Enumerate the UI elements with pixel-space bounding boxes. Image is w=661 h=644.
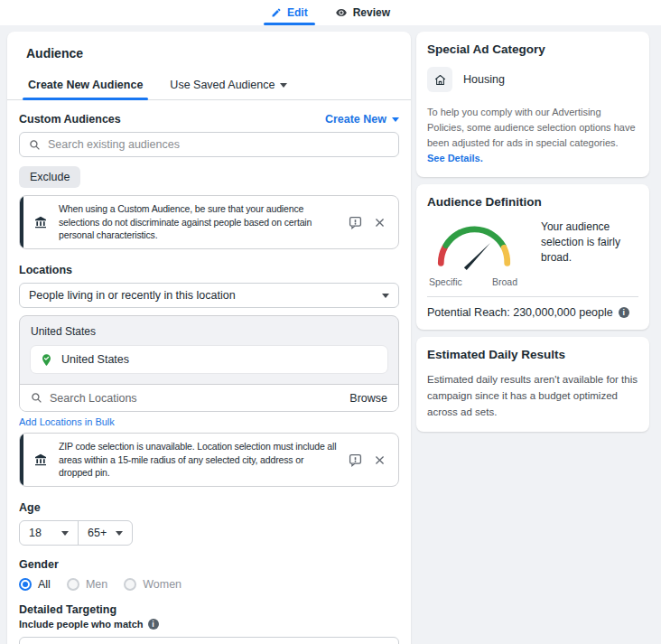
estimated-daily-results-description: Estimated daily results aren't available…	[427, 372, 638, 420]
tab-use-saved-audience[interactable]: Use Saved Audience	[168, 77, 289, 99]
tab-edit-label: Edit	[287, 6, 308, 19]
estimated-daily-results-card: Estimated Daily Results Estimated daily …	[416, 337, 649, 431]
search-icon	[31, 392, 42, 404]
feedback-icon[interactable]	[349, 453, 362, 467]
audience-card-title: Audience	[26, 46, 399, 61]
tab-create-new-audience-label: Create New Audience	[28, 79, 143, 91]
tab-use-saved-audience-label: Use Saved Audience	[170, 79, 275, 91]
gender-option-women[interactable]: Women	[124, 578, 182, 591]
pencil-icon	[271, 7, 282, 18]
top-tab-bar: Edit Review	[0, 0, 661, 25]
audience-definition-message: Your audience selection is fairly broad.	[541, 219, 631, 265]
radio-unchecked-icon	[124, 578, 136, 591]
age-min-value: 18	[29, 527, 42, 539]
custom-audience-policy-notice: When using a Custom Audience, be sure th…	[19, 195, 399, 249]
chevron-down-icon	[61, 531, 69, 536]
selected-location-item[interactable]: United States	[31, 346, 387, 373]
special-ad-category-title: Special Ad Category	[427, 42, 638, 56]
locations-type-value: People living in or recently in this loc…	[29, 289, 236, 302]
tab-review[interactable]: Review	[326, 0, 399, 25]
locations-box: United States United States Browse	[19, 315, 399, 412]
locations-label: Locations	[19, 264, 399, 276]
zip-code-notice: ZIP code selection is unavailable. Locat…	[19, 433, 399, 487]
tab-create-new-audience[interactable]: Create New Audience	[26, 77, 144, 99]
search-icon	[29, 139, 41, 151]
chevron-down-icon	[392, 117, 399, 122]
house-icon	[427, 67, 452, 92]
audience-definition-title: Audience Definition	[427, 195, 638, 209]
info-icon[interactable]	[148, 619, 159, 630]
gender-all-label: All	[38, 578, 51, 591]
chevron-down-icon	[280, 83, 287, 88]
detailed-targeting-label: Detailed Targeting	[19, 603, 399, 616]
gender-option-all[interactable]: All	[19, 578, 51, 591]
see-details-link[interactable]: See Details.	[427, 153, 483, 163]
gender-women-label: Women	[143, 578, 182, 591]
age-label: Age	[19, 501, 399, 514]
eye-icon	[335, 6, 348, 19]
category-label: Housing	[463, 73, 505, 86]
bank-icon	[33, 453, 48, 467]
tab-edit[interactable]: Edit	[262, 0, 317, 25]
age-min-dropdown[interactable]: 18	[20, 521, 78, 545]
audience-card: Audience Create New Audience Use Saved A…	[7, 32, 411, 644]
locations-search-input[interactable]	[50, 392, 342, 405]
gender-radio-group: All Men Women	[19, 578, 399, 591]
include-people-label: Include people who match	[19, 619, 144, 630]
age-range-group: 18 65+	[19, 520, 133, 546]
include-people-label-row: Include people who match	[19, 619, 399, 630]
radio-checked-icon	[19, 578, 32, 591]
bank-icon	[33, 215, 48, 229]
estimated-daily-results-title: Estimated Daily Results	[427, 348, 638, 361]
gender-label: Gender	[19, 558, 399, 571]
gender-option-men[interactable]: Men	[67, 578, 107, 591]
location-pin-icon	[40, 353, 53, 367]
chevron-down-icon	[116, 531, 123, 536]
special-ad-category-card: Special Ad Category Housing To help you …	[416, 32, 649, 177]
exclude-button[interactable]: Exclude	[19, 166, 80, 188]
custom-audiences-search-input[interactable]	[48, 138, 389, 151]
notice-text: ZIP code selection is unavailable. Locat…	[59, 440, 338, 480]
audience-tab-bar: Create New Audience Use Saved Audience	[7, 77, 411, 100]
close-icon[interactable]	[374, 217, 386, 229]
custom-audiences-search[interactable]	[19, 132, 399, 157]
close-icon[interactable]	[374, 454, 386, 466]
category-row: Housing	[427, 67, 638, 92]
gender-men-label: Men	[86, 578, 107, 591]
potential-reach-row: Potential Reach: 230,000,000 people	[427, 306, 638, 319]
radio-unchecked-icon	[67, 578, 79, 591]
gauge-broad-label: Broad	[492, 276, 517, 287]
special-ad-category-description: To help you comply with our Advertising …	[427, 105, 638, 166]
potential-reach-text: Potential Reach: 230,000,000 people	[427, 306, 613, 319]
location-group-label: United States	[31, 325, 387, 338]
detailed-targeting-search[interactable]: Suggestions Browse	[19, 637, 399, 644]
gauge-specific-label: Specific	[429, 276, 462, 287]
tab-review-label: Review	[353, 6, 390, 19]
audience-gauge: Specific Broad	[427, 219, 521, 287]
feedback-icon[interactable]	[349, 216, 362, 229]
gauge-needle-icon	[464, 243, 490, 270]
locations-browse-button[interactable]: Browse	[349, 392, 387, 405]
divider	[427, 296, 638, 297]
create-new-link[interactable]: Create New	[325, 113, 399, 126]
locations-search[interactable]: Browse	[20, 384, 398, 411]
age-max-value: 65+	[88, 527, 107, 539]
custom-audiences-label: Custom Audiences	[19, 113, 121, 126]
locations-type-dropdown[interactable]: People living in or recently in this loc…	[19, 283, 399, 308]
audience-definition-card: Audience Definition Specific Broad Your …	[416, 184, 649, 330]
chevron-down-icon	[382, 294, 389, 298]
description-text: To help you comply with our Advertising …	[427, 107, 636, 148]
notice-text: When using a Custom Audience, be sure th…	[59, 202, 338, 242]
add-locations-bulk-link[interactable]: Add Locations in Bulk	[19, 416, 115, 427]
selected-location-label: United States	[61, 353, 129, 366]
age-max-dropdown[interactable]: 65+	[78, 521, 132, 545]
gauge-dial-icon	[427, 219, 521, 272]
info-icon[interactable]	[619, 307, 629, 318]
create-new-link-label: Create New	[325, 113, 386, 126]
